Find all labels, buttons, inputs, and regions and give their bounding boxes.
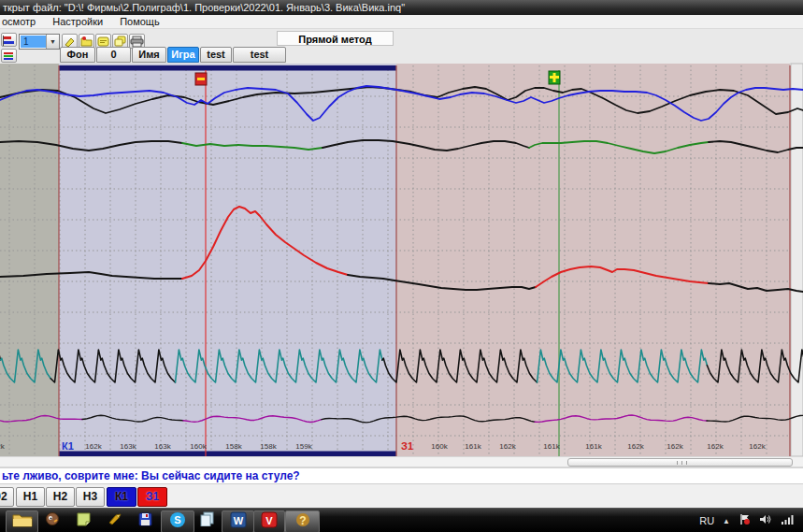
system-tray: RU ▲ xyxy=(699,509,796,532)
x-tick-label: 160k xyxy=(431,442,448,451)
polygraph-chart-canvas[interactable]: 162k162k163k163k160k158k158k159k160k161k… xyxy=(0,63,803,456)
vertical-scroll-strip[interactable] xyxy=(791,64,803,456)
x-tick-label: 163k xyxy=(120,442,136,451)
taskbar-app-folder[interactable] xyxy=(6,510,38,532)
taskbar-app-paint[interactable] xyxy=(105,510,125,531)
x-tick-label: 161k xyxy=(543,442,560,451)
menu-item-0[interactable]: осмотр xyxy=(0,15,44,28)
chevron-down-icon[interactable]: ▼ xyxy=(46,35,59,49)
tab-0[interactable]: 0 xyxy=(96,47,131,63)
svg-text:W: W xyxy=(233,515,243,526)
svg-text:?: ? xyxy=(299,514,306,527)
horizontal-scrollbar[interactable] xyxy=(0,456,803,467)
x-tick-label: 162k xyxy=(667,442,683,451)
question-text: ьте лживо, соврите мне: Вы сейчас сидите… xyxy=(0,468,803,483)
test-number-select[interactable]: 1 ▼ xyxy=(19,34,60,50)
taskbar-app-notes[interactable] xyxy=(73,510,93,531)
x-tick-label: 163k xyxy=(154,442,171,451)
word-icon: W xyxy=(230,511,247,532)
chart-region-0 xyxy=(0,64,59,456)
marker-button-02[interactable]: 02 xyxy=(0,487,14,507)
note-icon xyxy=(96,35,110,48)
chart-region-1 xyxy=(59,64,396,456)
x-tick-label: 161k xyxy=(465,442,481,451)
tab-test-копия-[interactable]: test (копия) xyxy=(233,47,286,63)
chart-marker-З1[interactable]: З1 xyxy=(401,440,413,452)
speaker-icon[interactable] xyxy=(759,512,772,529)
svg-text:V: V xyxy=(265,515,273,526)
language-indicator[interactable]: RU xyxy=(699,515,714,526)
help-icon: ? xyxy=(294,511,311,532)
scrollbar-grip-icon xyxy=(677,461,687,465)
chart-region-2 xyxy=(396,64,790,456)
svg-text:S: S xyxy=(174,514,180,525)
taskbar-app-floppy[interactable] xyxy=(135,510,155,531)
network-icon[interactable] xyxy=(781,512,796,529)
documents-icon xyxy=(200,511,215,530)
folder-icon xyxy=(12,512,33,531)
x-tick-label: 162k xyxy=(85,442,102,451)
x-tick-label: 161k xyxy=(585,442,602,451)
window-title: ткрыт файл: "D:\! Фирмы\2.Полиграф\1. Пр… xyxy=(0,0,803,15)
scrollbar-thumb[interactable] xyxy=(567,458,793,467)
marker-button-panel: 02Н1Н2Н3К1З1 xyxy=(0,483,803,508)
x-tick-label: 160k xyxy=(190,442,207,451)
taskbar-app-skype[interactable]: S xyxy=(161,510,194,532)
x-tick-label: 158k xyxy=(225,442,242,451)
image-viewer-icon xyxy=(45,511,60,530)
print-icon xyxy=(130,35,144,48)
tab-test[interactable]: test xyxy=(200,47,232,63)
paint-icon xyxy=(108,512,122,529)
taskbar: SWV? RU ▲ xyxy=(0,508,803,532)
list-lines-icon xyxy=(2,50,16,63)
menu-bar: осмотрНастройкиПомощь xyxy=(0,15,803,29)
marker-button-Н2[interactable]: Н2 xyxy=(46,487,75,507)
channel-legend-button[interactable] xyxy=(1,33,17,47)
skype-icon: S xyxy=(169,511,186,532)
taskbar-app-help[interactable]: ? xyxy=(285,510,320,532)
taskbar-app-documents[interactable] xyxy=(197,510,218,531)
tab-Имя[interactable]: Имя xyxy=(132,47,166,63)
notes-icon xyxy=(77,512,91,530)
marker-button-Н3[interactable]: Н3 xyxy=(76,487,105,507)
x-tick-label: 158k xyxy=(260,442,277,451)
action-center-flag-icon[interactable] xyxy=(738,512,751,529)
x-tick-label: 162k xyxy=(499,442,516,451)
selection-bar-top xyxy=(59,65,396,71)
marker-button-Н1[interactable]: Н1 xyxy=(16,487,45,507)
floppy-icon xyxy=(138,512,152,530)
tab-Фон[interactable]: Фон xyxy=(60,47,95,63)
marker-button-З1[interactable]: З1 xyxy=(137,487,167,507)
taskbar-app-v-app[interactable]: V xyxy=(253,510,285,532)
channel-list-button[interactable] xyxy=(1,49,17,63)
question-bar: ьте лживо, соврите мне: Вы сейчас сидите… xyxy=(0,467,803,483)
taskbar-app-image-viewer[interactable] xyxy=(42,510,63,531)
toolbar: 1 ▼ xyxy=(0,29,803,63)
folder-mark-icon xyxy=(79,35,93,48)
menu-item-1[interactable]: Настройки xyxy=(44,15,111,28)
tab-Игра[interactable]: Игра xyxy=(167,47,199,63)
show-hidden-icons[interactable]: ▲ xyxy=(723,517,730,525)
polygraph-app-window: ткрыт файл: "D:\! Фирмы\2.Полиграф\1. Пр… xyxy=(0,0,803,532)
copy-icon xyxy=(113,35,127,48)
edit-icon xyxy=(63,35,77,48)
method-label: Прямой метод xyxy=(277,31,394,46)
marker-button-К1[interactable]: К1 xyxy=(107,487,136,507)
taskbar-app-word[interactable]: W xyxy=(222,510,254,532)
red-flag-stripe xyxy=(197,78,205,80)
v-app-icon: V xyxy=(261,511,278,532)
x-tick-label: 162k xyxy=(749,442,766,451)
x-tick-label: 162k xyxy=(627,442,644,451)
x-tick-label: 159k xyxy=(295,442,312,451)
chart-marker-К1[interactable]: К1 xyxy=(62,440,74,452)
menu-item-2[interactable]: Помощь xyxy=(111,15,168,28)
test-number-value: 1 xyxy=(21,36,46,48)
channel-bars-icon xyxy=(2,35,16,47)
green-flag-cross-h xyxy=(550,76,559,79)
x-tick-label: 162k xyxy=(707,442,724,451)
